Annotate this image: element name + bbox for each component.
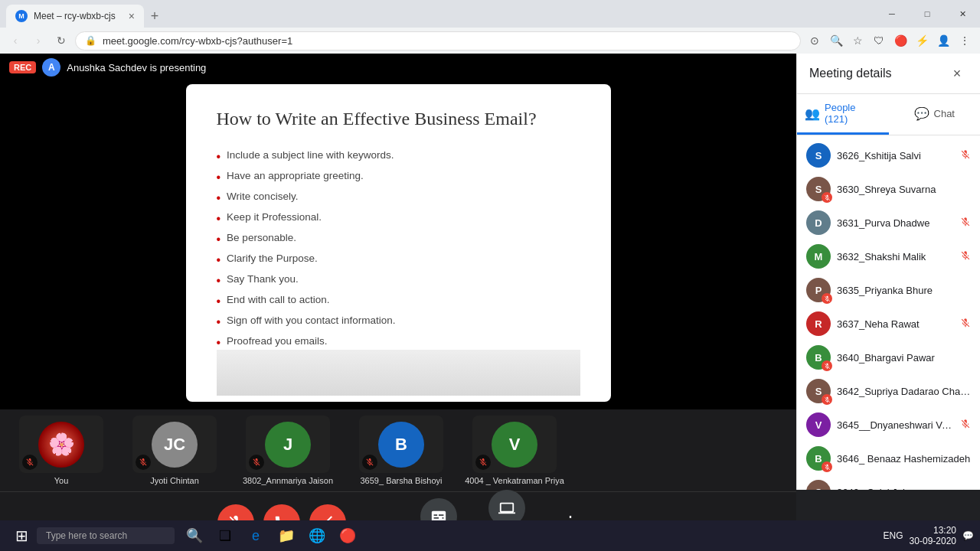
taskbar-date: 30-09-2020 [910,536,956,546]
sidebar-close-button[interactable]: × [946,63,968,84]
profile-icon[interactable]: 👤 [934,31,952,50]
window-controls: ─ □ ✕ [874,0,980,28]
back-button[interactable]: ‹ [6,31,24,50]
slide-content: How to Write an Effective Business Email… [186,84,611,402]
active-tab[interactable]: M Meet – rcy-wbxb-cjs × [6,5,144,28]
slide-bullet-list: •Include a subject line with keywords.•H… [217,149,580,350]
participant-mute-icon [822,360,832,371]
participant-name: 4004 _ Venkatraman Priya [465,476,564,485]
mute-icon [960,149,971,162]
participant-name: Jyoti Chintan [150,476,199,485]
participant-mute-icon [822,192,832,203]
slide-bullet-item: •Keep it Professional. [217,211,580,226]
participant-list-name: 3637_Neha Rawat [837,318,954,330]
new-tab-button[interactable]: + [144,5,165,27]
slide-footer [217,350,580,396]
cortana-icon[interactable]: 🔍 [181,522,208,549]
mute-badge [22,455,38,470]
sidebar-participant-item[interactable]: S3642_Supriya Dadarao Chaple [797,374,980,408]
sidebar-header: Meeting details × [797,54,980,94]
mute-badge [475,455,491,470]
mute-badge [362,455,377,470]
edge-icon[interactable]: e [242,522,270,549]
screenshare-icon[interactable]: ⊙ [805,31,824,50]
participant-list-name: 3649_ Sejal Jain [837,487,971,491]
participant-list-name: 3635_Priyanka Bhure [837,285,971,296]
tab-favicon: M [15,10,28,22]
address-bar[interactable]: 🔒 meet.google.com/rcy-wbxb-cjs?authuser=… [75,31,801,51]
tab-people-label: People (121) [825,102,881,125]
sidebar-participant-item[interactable]: B3646_ Benaaz Hashemizadeh [797,442,980,475]
participant-mute-icon [822,293,832,304]
sidebar-tabs: 👥 People (121) 💬 Chat [797,94,980,135]
sidebar-participant-item[interactable]: R3637_Neha Rawat [797,307,980,341]
browser-tab-bar: M Meet – rcy-wbxb-cjs × + ─ □ ✕ [0,0,980,28]
participant-avatar: S [806,480,831,490]
refresh-button[interactable]: ↻ [52,31,70,50]
participant-item: JCJyoti Chintan [121,416,228,485]
browser-action-buttons: ⊙ 🔍 ☆ 🛡 🔴 ⚡ 👤 ⋮ [805,31,974,50]
slide-bullet-item: •Proofread you emails. [217,335,580,350]
minimize-button[interactable]: ─ [874,0,910,28]
mute-icon [960,318,971,331]
lock-icon: 🔒 [85,35,96,46]
participant-list-name: 3630_Shreya Suvarna [837,184,971,195]
participant-item: B3659_ Barsha Bishoyi [348,416,455,485]
sidebar-participant-item[interactable]: D3631_Purva Dhadwe [797,206,980,240]
bullet-dot: • [217,295,221,308]
participants-list: S3626_Kshitija SalviS3630_Shreya Suvarna… [797,135,980,490]
participant-mute-icon [822,394,832,405]
extension-icon3[interactable]: ⚡ [913,31,931,50]
menu-icon[interactable]: ⋮ [956,31,974,50]
slide-bullet-item: •Say Thank you. [217,273,580,288]
presentation-area: How to Write an Effective Business Email… [0,54,796,409]
files-icon[interactable]: 📁 [273,522,300,549]
sidebar-participant-item[interactable]: V3645__Dnyaneshwari Vairat [797,408,980,442]
search-icon[interactable]: 🔍 [827,31,845,50]
participant-avatar: V [806,412,831,437]
slide-title: How to Write an Effective Business Email… [217,107,580,131]
bullet-dot: • [217,171,221,184]
bullet-dot: • [217,150,221,164]
tab-chat[interactable]: 💬 Chat [889,94,981,135]
participant-list-name: 3626_Kshitija Salvi [837,150,954,161]
sidebar-participant-item[interactable]: S3630_Shreya Suvarna [797,172,980,206]
taskbar-right: ENG 13:20 30-09-2020 💬 [884,525,974,546]
sidebar-title: Meeting details [809,67,892,80]
rec-label: REC [9,61,36,73]
slide-bullet-item: •End with call to action. [217,294,580,308]
sidebar-participant-item[interactable]: S3649_ Sejal Jain [797,475,980,490]
maximize-button[interactable]: □ [910,0,945,28]
tab-close-button[interactable]: × [129,10,135,22]
taskbar-search-text: Type here to search [46,530,127,541]
participant-item: V4004 _ Venkatraman Priya [461,416,568,485]
participant-name: 3659_ Barsha Bishoyi [360,476,442,485]
mute-badge [249,455,264,470]
start-button[interactable]: ⊞ [6,520,37,551]
sidebar-participant-item[interactable]: M3632_Shakshi Malik [797,240,980,273]
sidebar-participant-item[interactable]: S3626_Kshitija Salvi [797,139,980,172]
taskbar-apps: 🔍 ❑ e 📁 🌐 🔴 [181,522,361,549]
participant-list-name: 3631_Purva Dhadwe [837,217,954,229]
bullet-dot: • [217,212,221,226]
meeting-details-sidebar: Meeting details × 👥 People (121) 💬 Chat … [796,54,980,490]
taskbar-time: 13:20 [910,525,956,536]
mute-icon [960,419,971,432]
tab-people[interactable]: 👥 People (121) [797,94,889,135]
taskview-icon[interactable]: ❑ [211,522,239,549]
app-icon[interactable]: 🔴 [334,522,361,549]
participant-avatar: S [806,143,831,168]
forward-button[interactable]: › [29,31,47,50]
extension-icon1[interactable]: 🛡 [870,31,888,50]
mute-icon [960,217,971,230]
close-window-button[interactable]: ✕ [945,0,980,28]
sidebar-participant-item[interactable]: B3640_Bhargavi Pawar [797,341,980,374]
extension-icon2[interactable]: 🔴 [891,31,910,50]
taskbar-search[interactable]: Type here to search [37,527,175,544]
chrome-icon[interactable]: 🌐 [303,522,331,549]
sidebar-participant-item[interactable]: P3635_Priyanka Bhure [797,273,980,307]
bookmark-icon[interactable]: ☆ [848,31,867,50]
bullet-dot: • [217,315,221,329]
notification-icon[interactable]: 💬 [962,530,974,541]
presenter-text: Anushka Sachdev is presenting [67,62,206,73]
